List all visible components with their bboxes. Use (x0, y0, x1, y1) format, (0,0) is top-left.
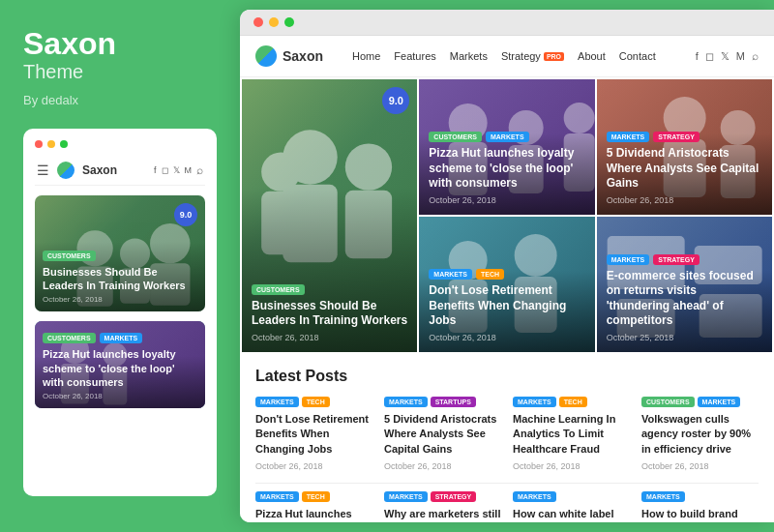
hero-card-retirement[interactable]: MARKETS TECH Don't Lose Retirement Benef… (419, 217, 594, 352)
badge-customers-pizza: CUSTOMERS (429, 132, 482, 142)
badge-customers-hero: CUSTOMERS (252, 284, 305, 295)
post-badge-row-7: MARKETS (513, 491, 630, 502)
nav-social-icons: f ◻ 𝕏 M ⌕ (696, 49, 759, 63)
hero-card-ecommerce[interactable]: MARKETS STRATEGY E-commerce sites focuse… (597, 217, 772, 352)
post-title-1: Don't Lose Retirement Benefits When Chan… (255, 412, 372, 457)
hero-badge-row-retirement: MARKETS TECH (429, 269, 584, 280)
hero-card-ecommerce-title: E-commerce sites focused on returns visi… (607, 269, 762, 329)
hero-badge-row-dividend: MARKETS STRATEGY (607, 132, 762, 142)
brand-by: By dedalx (23, 93, 217, 107)
hero-card-pizza[interactable]: CUSTOMERS MARKETS Pizza Hut launches loy… (419, 79, 594, 215)
hero-card-ecommerce-date: October 25, 2018 (607, 333, 762, 342)
post-badge-markets-3: MARKETS (513, 397, 556, 407)
post-badge-strategy-6: STRATEGY (431, 491, 477, 502)
nav-twitter-icon[interactable]: 𝕏 (721, 50, 729, 63)
logo-ball (255, 45, 277, 67)
twitter-icon[interactable]: 𝕏 (173, 165, 180, 175)
nav-search-icon[interactable]: ⌕ (752, 49, 759, 63)
mobile-badge-row-1: CUSTOMERS (43, 251, 197, 261)
hero-card-pizza-date: October 26, 2018 (429, 195, 584, 205)
hero-card-dividend-date: October 26, 2018 (607, 195, 762, 205)
badge-tech-retirement: TECH (476, 269, 504, 280)
browser-dot-yellow (269, 17, 279, 27)
mobile-nav-icons: f ◻ 𝕏 M ⌕ (154, 163, 203, 177)
mobile-search-icon[interactable]: ⌕ (196, 163, 203, 177)
post-badge-row-3: MARKETS TECH (513, 397, 630, 407)
post-badge-markets-4: MARKETS (698, 397, 741, 407)
hamburger-icon[interactable]: ☰ (37, 163, 49, 178)
mobile-card-1[interactable]: CUSTOMERS Businesses Should Be Leaders I… (35, 195, 205, 311)
mobile-card-2-date: October 26, 2018 (43, 392, 197, 400)
post-card-5[interactable]: MARKETS TECH Pizza Hut launches loyalty … (255, 491, 372, 522)
post-badge-markets-8: MARKETS (641, 491, 685, 502)
hero-badge-row-pizza: CUSTOMERS MARKETS (429, 132, 584, 142)
badge-markets-retirement: MARKETS (429, 269, 472, 280)
dot-green (60, 140, 68, 148)
hero-card-training[interactable]: CUSTOMERS Businesses Should Be Leaders I… (242, 79, 417, 352)
post-date-4: October 26, 2018 (641, 461, 759, 471)
mobile-nav: ☰ Saxon f ◻ 𝕏 M ⌕ (35, 162, 205, 186)
browser-dot-green (284, 17, 294, 27)
strategy-pro-badge: PRO (544, 52, 564, 61)
instagram-icon[interactable]: ◻ (162, 165, 168, 175)
badge-markets-2: MARKETS (100, 333, 143, 343)
post-badge-row-5: MARKETS TECH (255, 491, 372, 502)
logo-text: Saxon (283, 48, 323, 64)
nav-home[interactable]: Home (352, 50, 380, 62)
nav-instagram-icon[interactable]: ◻ (705, 50, 714, 63)
mobile-card-1-date: October 26, 2018 (43, 295, 197, 304)
hero-card-training-overlay: CUSTOMERS Businesses Should Be Leaders I… (242, 79, 417, 352)
browser-content: Saxon Home Features Markets Strategy PRO… (240, 36, 774, 522)
nav-markets[interactable]: Markets (450, 50, 488, 62)
post-card-7[interactable]: MARKETS How can white label services ben… (513, 491, 630, 522)
hero-card-dividend-overlay: MARKETS STRATEGY 5 Dividend Aristocrats … (597, 79, 772, 215)
hero-card-pizza-title: Pizza Hut launches loyalty scheme to 'cl… (429, 146, 584, 192)
dot-red (35, 140, 43, 148)
brand-subtitle: Theme (23, 61, 217, 83)
nav-medium-icon[interactable]: M (736, 50, 745, 62)
badge-strategy-ecommerce: STRATEGY (653, 254, 700, 265)
nav-facebook-icon[interactable]: f (696, 50, 699, 62)
post-badge-tech-5: TECH (302, 491, 330, 502)
nav-strategy[interactable]: Strategy PRO (501, 50, 564, 62)
post-card-3[interactable]: MARKETS TECH Machine Learning In Analyti… (513, 397, 630, 471)
mobile-nav-left: ☰ Saxon (37, 162, 117, 179)
latest-posts-row-1: MARKETS TECH Don't Lose Retirement Benef… (255, 397, 759, 471)
post-card-1[interactable]: MARKETS TECH Don't Lose Retirement Benef… (255, 397, 372, 471)
post-badge-markets-5: MARKETS (255, 491, 299, 502)
post-card-4[interactable]: CUSTOMERS MARKETS Volkswagen culls agenc… (641, 397, 759, 471)
post-date-1: October 26, 2018 (255, 461, 372, 471)
browser-dot-red (253, 17, 263, 27)
post-badge-markets-2: MARKETS (384, 397, 428, 407)
post-badge-startups-2: STARTUPS (431, 397, 476, 407)
post-card-8[interactable]: MARKETS How to build brand loyalty in th… (641, 491, 759, 522)
badge-customers-2: CUSTOMERS (43, 333, 96, 343)
nav-contact[interactable]: Contact (619, 50, 656, 62)
nav-features[interactable]: Features (394, 50, 435, 62)
nav-about[interactable]: About (578, 50, 606, 62)
mobile-logo-ball (57, 162, 74, 179)
mobile-logo-text: Saxon (82, 163, 117, 177)
post-date-2: October 26, 2018 (384, 461, 501, 471)
badge-markets-dividend: MARKETS (607, 132, 650, 142)
latest-posts-title: Latest Posts (255, 368, 759, 385)
facebook-icon[interactable]: f (154, 165, 157, 175)
mobile-card-2[interactable]: CUSTOMERS MARKETS Pizza Hut launches loy… (35, 321, 205, 408)
dot-yellow (47, 140, 55, 148)
mobile-score-badge: 9.0 (174, 203, 197, 226)
post-badge-markets-1: MARKETS (255, 397, 299, 407)
post-badge-markets-7: MARKETS (513, 491, 556, 502)
mobile-badge-row-2: CUSTOMERS MARKETS (43, 333, 197, 343)
post-title-5: Pizza Hut launches loyalty scheme to 'cl… (255, 507, 372, 522)
hero-card-dividend[interactable]: MARKETS STRATEGY 5 Dividend Aristocrats … (597, 79, 772, 215)
hero-card-training-date: October 26, 2018 (252, 333, 407, 342)
post-title-2: 5 Dividend Aristocrats Where Analysts Se… (384, 412, 501, 457)
post-badge-row-1: MARKETS TECH (255, 397, 372, 407)
post-card-2[interactable]: MARKETS STARTUPS 5 Dividend Aristocrats … (384, 397, 501, 471)
post-badge-row-8: MARKETS (641, 491, 759, 502)
mobile-card-2-title: Pizza Hut launches loyalty scheme to 'cl… (43, 347, 197, 389)
post-card-6[interactable]: MARKETS STRATEGY Why are marketers still… (384, 491, 501, 522)
badge-customers: CUSTOMERS (43, 251, 96, 261)
hero-card-training-title: Businesses Should Be Leaders In Training… (252, 299, 407, 329)
medium-icon[interactable]: M (185, 165, 193, 175)
